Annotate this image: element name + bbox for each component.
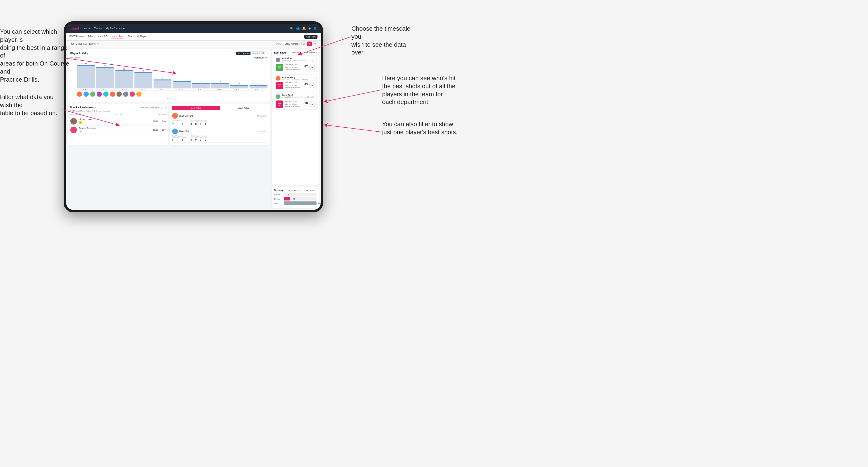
annotation-timescale: Choose the timescale youwish to see the … (351, 25, 417, 57)
players-filter-dropdown[interactable]: All Players ▾ (306, 52, 316, 54)
most-active-tab[interactable]: Most Active (172, 106, 220, 110)
bell-icon[interactable]: 🔔 (302, 27, 306, 30)
scoring-label-eagles: Eagles (274, 194, 282, 196)
practice-drills-toggle[interactable]: Practice Drills (250, 52, 267, 55)
show-dropdown[interactable]: Last 3 months (283, 42, 300, 46)
tablet-frame: clippd Home Teams My Performance 🔍 👥 🔔 ⊕… (64, 21, 323, 212)
bar-d-ford: 10 D. Ford (115, 68, 133, 91)
scoring-filter1[interactable]: Par 3, 4 & 5s ▾ (288, 189, 301, 191)
bottom-row: Practice Leaderboards PUTT Must Make Put… (68, 103, 270, 145)
on-course-toggle[interactable]: On Course (236, 52, 250, 55)
player-activity-card: Player Activity On Course Practice Drill… (68, 49, 270, 102)
shots-filter-dropdown[interactable]: All Shots ▾ (291, 52, 301, 54)
avatar-e-ebert (103, 92, 108, 97)
shot-avatar-blair (276, 76, 280, 81)
scoring-header: Scoring Par 3, 4 & 5s ▾ All Players ▾ (274, 189, 316, 191)
activity-player-blair-mcharg: Blair McHarg 26 Aug 2023 Total Rounds (172, 112, 268, 127)
tab-hcaps[interactable]: Hcaps 1-5 (97, 35, 107, 38)
search-icon[interactable]: 🔍 (290, 27, 294, 30)
tab-pga[interactable]: PGA (88, 35, 93, 38)
chevron-right-icon-2: › (314, 76, 315, 80)
avatar-r-butler (117, 92, 122, 97)
practice-dropdown[interactable]: PUTT Must Make Putting ... (140, 106, 165, 109)
shot-card-matt-miller[interactable]: Matt Miller 09 Jun 2023 · Royal North De… (274, 55, 316, 73)
scoring-filter2[interactable]: All Players ▾ (306, 189, 316, 191)
stat-practice-activities-2: Total Practice Activities GTT 0 APP (190, 135, 209, 141)
shot-card-david-ford[interactable]: David Ford 24 Aug 2023 · Royal North Dev… (274, 92, 316, 110)
chevron-right-icon-3: › (314, 95, 315, 98)
avatar-d-ford (90, 92, 95, 97)
avatar-o-billingham (110, 92, 115, 97)
annotation-player-select: You can select which player isdoing the … (0, 28, 71, 84)
shot-meta-blair: 23 Jul 2023 · Ashridge GC, Hole 15 (282, 79, 308, 81)
chevron-down-icon: ▾ (266, 57, 268, 59)
shot-meta-matt-miller: 09 Jun 2023 · Royal North Devon GC, Hole… (282, 59, 314, 63)
activity-player-header-2: Rees Britt 02 Sep 2023 (172, 129, 268, 134)
list-view-btn[interactable]: ≡ (313, 41, 317, 46)
activity-avatar-blair (172, 113, 178, 119)
chevron-down-players-icon: ▾ (316, 52, 316, 54)
practice-title: Practice Leaderboards (70, 106, 96, 109)
tab-tour[interactable]: Tour (128, 35, 132, 38)
avatar-b-mcharg (77, 92, 82, 97)
scoring-bar-wrap-pars: 499 (284, 201, 316, 205)
user-avatar-icon[interactable]: 👤 (313, 27, 317, 30)
table-header: PLAYER NAME PB SCORE PB AVG SQ (70, 114, 165, 116)
avatar-row (70, 92, 268, 97)
nav-my-performance[interactable]: My Performance (106, 27, 125, 30)
annotation-filter-player: You can also filter to showjust one play… (382, 120, 458, 136)
grid-view-btn[interactable]: ⊞ (302, 41, 306, 46)
best-shots-header: Best Shots All Shots ▾ All Players ▾ (274, 52, 316, 54)
avatar-e-crossman (130, 92, 135, 97)
edit-icon[interactable]: ✏ (97, 42, 99, 45)
avatar-m-miller (123, 92, 128, 97)
activity-name-blair: Blair McHarg (179, 115, 193, 117)
least-active-tab[interactable]: Least Active (220, 106, 268, 110)
rank-badge-2: 2 (79, 130, 82, 133)
player-info-edward-crossman: Edward Crossman 2 (79, 127, 153, 133)
chart-section-title: On Course (70, 57, 81, 59)
scoring-card: Scoring Par 3, 4 & 5s ▾ All Players ▾ (272, 187, 319, 208)
scoring-label-birdies: Birdies (274, 198, 282, 200)
shot-badge-matt: 200 SG (276, 64, 283, 71)
scoring-bar-pars: 499 (284, 201, 316, 205)
chevron-down-scoring-icon: ▾ (300, 189, 301, 191)
nav-teams[interactable]: Teams (94, 27, 102, 30)
tablet-screen: clippd Home Teams My Performance 🔍 👥 🔔 ⊕… (66, 24, 321, 210)
activity-name-rees: Rees Britt (179, 130, 190, 133)
nav-logo: clippd (70, 27, 79, 30)
heart-view-btn[interactable]: ♥ (307, 41, 312, 46)
shot-meta-david-ford: 24 Aug 2023 · Royal North Devon GC, Hole… (282, 96, 314, 99)
scoring-bar-wrap-eagles: 3 (284, 193, 316, 196)
tab-team-clippd[interactable]: Team Clippd (111, 35, 124, 38)
tab-pgat-players[interactable]: PGAT Players (69, 35, 84, 38)
player-info-richard-butler: Richard Butler 1 (79, 118, 153, 124)
shot-dist-matt: 67 yds 0 (305, 65, 315, 70)
shot-player-name-matt-miller: Matt Miller (282, 57, 314, 59)
add-team-button[interactable]: Add Team (304, 35, 317, 39)
player-score-richard-butler: 19/20 (153, 120, 158, 122)
bar-b-mcharg: 13 B. McHarg (77, 63, 95, 91)
add-icon[interactable]: ⊕ (308, 27, 311, 30)
activity-player-header-1: Blair McHarg 26 Aug 2023 (172, 113, 268, 119)
tab-all-players[interactable]: All Players (136, 35, 148, 38)
shot-card-blair-mcharg[interactable]: Blair McHarg 23 Jul 2023 · Ashridge GC, … (274, 74, 316, 91)
scoring-bar-eagles: 3 (284, 193, 284, 196)
users-icon[interactable]: 👥 (296, 27, 300, 30)
practice-subtitle: PUTT Must Make Putting (3-6 ft), Last 3 … (70, 110, 165, 112)
bar-j-coles: 9 J. Coles (134, 70, 152, 91)
bar-b-britt: 12 B. Britt (96, 65, 114, 91)
shot-info-david: Shot Dist: 16 ydsStart Lie: RoughEnd Lie… (285, 100, 303, 108)
shot-avatar-david-ford (276, 94, 280, 99)
shot-dist-blair: 43 yds 0 (305, 83, 315, 88)
practice-leaderboard-card: Practice Leaderboards PUTT Must Make Put… (68, 103, 168, 145)
scoring-label-pars: Pars (274, 202, 282, 204)
chart-container: 15 10 5 0 (70, 60, 268, 99)
nav-home[interactable]: Home (84, 27, 90, 30)
stat-total-rounds-2: Total Rounds Tournament 8 Practice (172, 135, 187, 141)
stat-total-rounds-1: Total Rounds Tournament 7 Practice (172, 120, 187, 125)
chart-dropdown[interactable]: Total Rounds ▾ (253, 57, 268, 59)
col-player-name: PLAYER NAME (70, 114, 82, 115)
scoring-title: Scoring (274, 189, 283, 191)
avatar-j-coles (97, 92, 102, 97)
